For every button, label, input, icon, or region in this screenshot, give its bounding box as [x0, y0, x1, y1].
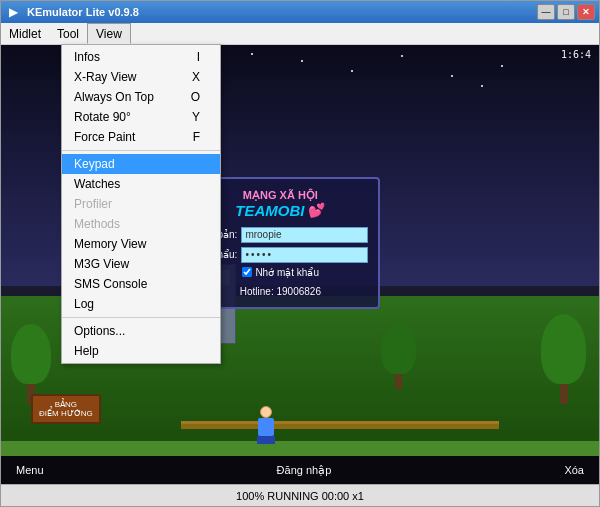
menu-midlet[interactable]: Midlet: [1, 23, 49, 44]
game-bottom-bar: Menu Đăng nhập Xóa: [1, 456, 599, 484]
window-title: KEmulator Lite v0.9.8: [27, 6, 139, 18]
bottom-login[interactable]: Đăng nhập: [277, 464, 332, 477]
remember-row: Nhớ mật khẩu: [242, 267, 368, 278]
star: [351, 70, 353, 72]
app-icon: ▶: [9, 5, 23, 19]
title-bar: ▶ KEmulator Lite v0.9.8 — □ ✕: [1, 1, 599, 23]
remember-label: Nhớ mật khẩu: [255, 267, 319, 278]
dropdown-item-profiler: Profiler: [62, 194, 220, 214]
star: [501, 65, 503, 67]
separator-1: [62, 150, 220, 151]
dropdown-item-always-on-top[interactable]: Always On Top O: [62, 87, 220, 107]
star: [451, 75, 453, 77]
brand-text: TEAMOBI: [235, 202, 304, 219]
star: [301, 60, 303, 62]
separator-2: [62, 317, 220, 318]
dropdown-item-m3g-view[interactable]: M3G View: [62, 254, 220, 274]
star: [481, 85, 483, 87]
sign-board: BẢNG ĐIỂM HƯỚNG: [31, 394, 101, 424]
view-dropdown: Infos I X-Ray View X Always On Top O Rot…: [61, 44, 221, 364]
password-input[interactable]: •••••: [241, 247, 368, 263]
dropdown-item-memory-view[interactable]: Memory View: [62, 234, 220, 254]
status-text: 100% RUNNING 00:00 x1: [236, 490, 364, 502]
fence: [181, 421, 499, 429]
close-button[interactable]: ✕: [577, 4, 595, 20]
dropdown-item-methods: Methods: [62, 214, 220, 234]
dropdown-item-infos[interactable]: Infos I: [62, 47, 220, 67]
menu-bar: Midlet Tool View Infos I X-Ray View X Al…: [1, 23, 599, 45]
bottom-menu[interactable]: Menu: [16, 464, 44, 476]
bottom-clear[interactable]: Xóa: [564, 464, 584, 476]
dropdown-item-help[interactable]: Help: [62, 341, 220, 361]
maximize-button[interactable]: □: [557, 4, 575, 20]
dropdown-item-log[interactable]: Log: [62, 294, 220, 314]
sign-text-line1: BẢNG: [39, 400, 93, 409]
main-window: ▶ KEmulator Lite v0.9.8 — □ ✕ Midlet Too…: [0, 0, 600, 507]
title-bar-left: ▶ KEmulator Lite v0.9.8: [9, 5, 139, 19]
dropdown-item-force-paint[interactable]: Force Paint F: [62, 127, 220, 147]
sign-text-line2: ĐIỂM HƯỚNG: [39, 409, 93, 418]
dropdown-item-options[interactable]: Options...: [62, 321, 220, 341]
remember-checkbox[interactable]: [242, 267, 252, 277]
path: [1, 441, 599, 456]
dropdown-item-watches[interactable]: Watches: [62, 174, 220, 194]
dropdown-item-sms-console[interactable]: SMS Console: [62, 274, 220, 294]
title-buttons: — □ ✕: [537, 4, 595, 20]
account-input[interactable]: mroopie: [241, 227, 368, 243]
dropdown-item-keypad[interactable]: Keypad: [62, 154, 220, 174]
tree-mid-right: [381, 324, 416, 389]
star: [401, 55, 403, 57]
menu-view[interactable]: View: [87, 23, 131, 44]
character-sprite: [256, 406, 276, 441]
tree-right: [541, 314, 586, 404]
tree-left: [11, 324, 51, 404]
dropdown-item-rotate[interactable]: Rotate 90° Y: [62, 107, 220, 127]
fps-counter: 1:6:4: [561, 49, 591, 60]
dropdown-item-xray[interactable]: X-Ray View X: [62, 67, 220, 87]
status-bar: 100% RUNNING 00:00 x1: [1, 484, 599, 506]
heart-icon: 💕: [308, 202, 325, 218]
minimize-button[interactable]: —: [537, 4, 555, 20]
star: [251, 53, 253, 55]
menu-tool[interactable]: Tool: [49, 23, 87, 44]
